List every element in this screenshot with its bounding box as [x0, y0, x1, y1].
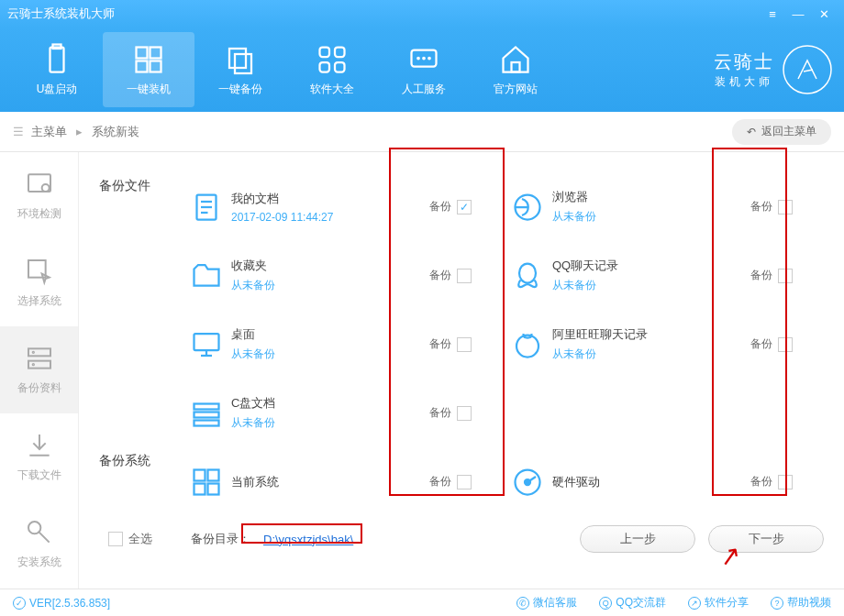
item-name: 收藏夹 [231, 258, 429, 274]
version-link[interactable]: ✓VER[2.5.36.853] [13, 597, 110, 610]
header: U盘启动 一键装机 一键备份 软件大全 人工服务 官方网站 云骑士 装机大师 [0, 28, 844, 112]
backup-dir-label: 备份目录： [191, 531, 250, 547]
prev-button[interactable]: 上一步 [580, 525, 695, 553]
document-icon [182, 191, 231, 224]
nav-install[interactable]: 一键装机 [103, 32, 194, 107]
back-button[interactable]: ↶ 返回主菜单 [732, 119, 831, 145]
svg-point-24 [32, 364, 33, 365]
svg-rect-7 [235, 54, 251, 73]
sidebar-backup[interactable]: 备份资料 [0, 326, 78, 413]
desktop-icon [182, 328, 231, 361]
menu-icon[interactable]: ≡ [760, 1, 785, 27]
svg-rect-40 [208, 469, 219, 480]
svg-rect-18 [28, 174, 50, 192]
nav-service[interactable]: 人工服务 [378, 32, 470, 107]
backup-checkbox[interactable]: 备份 [750, 474, 824, 490]
browser-icon [503, 191, 552, 224]
item-name: 浏览器 [552, 189, 750, 205]
backup-checkbox[interactable]: 备份 [429, 336, 503, 352]
svg-rect-41 [194, 483, 205, 494]
section-system-label: 备份系统 [99, 453, 150, 469]
breadcrumb-current: 系统新装 [92, 124, 139, 140]
titlebar: 云骑士系统装机大师 ≡ — ✕ [0, 0, 844, 28]
svg-rect-5 [150, 60, 161, 72]
sidebar: 环境检测 选择系统 备份资料 下载文件 安装系统 [0, 152, 79, 588]
svg-point-19 [41, 184, 49, 192]
statusbar: ✓VER[2.5.36.853] ✆微信客服 QQQ交流群 ↗软件分享 ?帮助视… [0, 588, 844, 616]
svg-rect-10 [320, 62, 330, 72]
next-button[interactable]: 下一步 [708, 525, 824, 553]
item-name: 硬件驱动 [552, 474, 750, 490]
svg-rect-8 [320, 47, 330, 57]
svg-rect-37 [194, 412, 219, 417]
qq-link[interactable]: QQQ交流群 [599, 595, 666, 610]
svg-rect-2 [137, 47, 148, 58]
sidebar-select[interactable]: 选择系统 [0, 239, 78, 326]
app-title: 云骑士系统装机大师 [7, 6, 115, 22]
wechat-link[interactable]: ✆微信客服 [516, 595, 577, 610]
backup-checkbox[interactable]: 备份 [429, 268, 503, 283]
undo-icon: ↶ [747, 126, 756, 138]
main-panel: 备份文件 备份系统 我的文档2017-02-09 11:44:27 备份✓ 浏览… [79, 152, 844, 588]
item-sub: 2017-02-09 11:44:27 [231, 211, 429, 224]
svg-rect-39 [194, 469, 205, 480]
nav-website[interactable]: 官方网站 [470, 32, 561, 107]
item-sub: 从未备份 [231, 278, 429, 293]
item-name: QQ聊天记录 [552, 258, 750, 274]
svg-rect-16 [512, 62, 520, 72]
svg-rect-36 [194, 403, 219, 409]
nav-usb[interactable]: U盘启动 [11, 32, 103, 107]
windows-icon [182, 466, 231, 499]
svg-rect-4 [137, 60, 148, 72]
svg-rect-21 [28, 348, 50, 356]
item-name: 桌面 [231, 326, 429, 343]
breadcrumb: ☰ 主菜单 ▸ 系统新装 ↶ 返回主菜单 [0, 112, 844, 152]
svg-rect-38 [194, 420, 219, 425]
svg-rect-11 [335, 62, 345, 72]
backup-checkbox[interactable]: 备份 [750, 336, 824, 352]
backup-checkbox[interactable]: 备份✓ [429, 199, 503, 214]
svg-rect-3 [150, 47, 161, 58]
svg-rect-0 [50, 47, 64, 72]
svg-point-17 [783, 46, 831, 94]
svg-point-23 [32, 352, 33, 353]
drive-icon [182, 397, 231, 430]
item-name: 阿里旺旺聊天记录 [552, 326, 750, 343]
wangwang-icon [503, 328, 552, 361]
svg-point-31 [519, 263, 536, 282]
minimize-icon[interactable]: — [785, 1, 811, 27]
share-link[interactable]: ↗软件分享 [688, 595, 749, 610]
item-name: 当前系统 [231, 474, 429, 490]
item-sub: 从未备份 [552, 209, 750, 225]
qq-icon [503, 259, 552, 292]
folder-icon [182, 259, 231, 292]
svg-rect-6 [229, 49, 246, 68]
close-icon[interactable]: ✕ [811, 1, 837, 27]
sidebar-env[interactable]: 环境检测 [0, 152, 78, 239]
select-all-checkbox[interactable]: 全选 [108, 531, 152, 547]
nav-backup[interactable]: 一键备份 [194, 32, 286, 107]
nav-software[interactable]: 软件大全 [286, 32, 378, 107]
sidebar-install[interactable]: 安装系统 [0, 500, 78, 588]
svg-rect-22 [28, 361, 50, 368]
breadcrumb-root[interactable]: 主菜单 [31, 124, 67, 140]
backup-dir-link[interactable]: D:\yqsxtzjds\bak\ [263, 533, 353, 546]
list-icon: ☰ [13, 125, 24, 138]
svg-point-14 [423, 57, 425, 59]
svg-point-15 [428, 57, 430, 59]
svg-point-13 [417, 57, 419, 59]
backup-checkbox[interactable]: 备份 [750, 199, 824, 214]
sidebar-download[interactable]: 下载文件 [0, 413, 78, 500]
svg-rect-9 [335, 47, 345, 57]
backup-checkbox[interactable]: 备份 [429, 405, 503, 421]
chevron-right-icon: ▸ [76, 125, 83, 138]
backup-checkbox[interactable]: 备份 [750, 268, 824, 283]
item-sub: 从未备份 [231, 415, 429, 431]
item-name: C盘文档 [231, 395, 429, 412]
item-sub: 从未备份 [231, 346, 429, 362]
brand-logo: 云骑士 装机大师 [714, 44, 833, 95]
section-files-label: 备份文件 [99, 178, 150, 194]
backup-checkbox[interactable]: 备份 [429, 474, 503, 490]
svg-rect-42 [208, 483, 219, 494]
help-link[interactable]: ?帮助视频 [771, 595, 831, 610]
